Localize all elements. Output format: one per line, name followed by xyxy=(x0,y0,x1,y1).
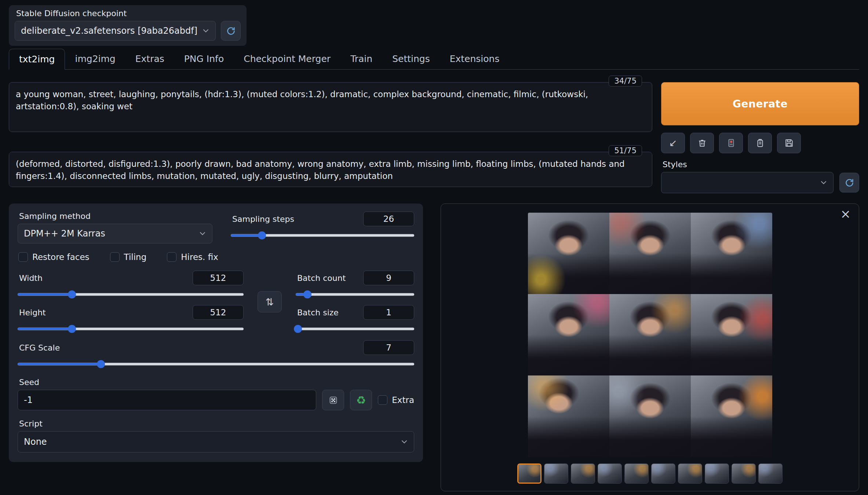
dice-icon xyxy=(328,395,338,405)
gallery-cell[interactable] xyxy=(691,213,772,294)
gallery-cell[interactable] xyxy=(528,213,609,294)
batch-size-input[interactable] xyxy=(363,305,414,320)
gallery-thumbnail[interactable] xyxy=(598,463,622,484)
gallery-cell[interactable] xyxy=(691,294,772,375)
extra-seed-checkbox[interactable]: Extra xyxy=(378,395,414,405)
generation-settings-panel: Sampling method DPM++ 2M Karras Sampling… xyxy=(9,203,423,462)
tab-png-info[interactable]: PNG Info xyxy=(174,49,234,69)
sampling-method-label: Sampling method xyxy=(19,212,212,221)
seed-label: Seed xyxy=(19,378,414,387)
paste-params-button[interactable]: ↙ xyxy=(661,133,685,153)
styles-label: Styles xyxy=(663,160,859,169)
gallery-cell[interactable] xyxy=(609,375,691,457)
checkpoint-label: Stable Diffusion checkpoint xyxy=(16,9,241,18)
sampling-steps-slider[interactable] xyxy=(231,231,414,239)
swap-arrows-icon: ⇅ xyxy=(266,296,274,308)
tab-train[interactable]: Train xyxy=(340,49,382,69)
checkbox-icon xyxy=(167,252,176,262)
swap-dimensions-button[interactable]: ⇅ xyxy=(258,291,282,312)
sampling-steps-label: Sampling steps xyxy=(232,214,294,224)
negative-token-counter: 51/75 xyxy=(609,145,642,156)
tab-extras[interactable]: Extras xyxy=(125,49,174,69)
batch-count-slider[interactable] xyxy=(296,290,414,298)
gallery-close-button[interactable]: × xyxy=(840,208,851,220)
tab-extensions[interactable]: Extensions xyxy=(440,49,510,69)
tab-img2img[interactable]: img2img xyxy=(65,49,125,69)
cfg-scale-label: CFG Scale xyxy=(19,343,60,352)
styles-dropdown[interactable] xyxy=(661,172,834,193)
script-label: Script xyxy=(19,419,414,428)
gallery-thumbnail[interactable] xyxy=(732,463,756,484)
prompt-token-counter: 34/75 xyxy=(609,76,642,87)
script-dropdown[interactable]: None xyxy=(18,431,414,452)
width-input[interactable] xyxy=(193,271,244,285)
gallery-thumbnail-strip xyxy=(441,463,859,484)
restore-faces-label: Restore faces xyxy=(32,252,90,262)
tab-checkpoint-merger[interactable]: Checkpoint Merger xyxy=(234,49,340,69)
tab-txt2img[interactable]: txt2img xyxy=(9,49,65,70)
sampling-method-value: DPM++ 2M Karras xyxy=(24,228,105,239)
width-slider[interactable] xyxy=(18,290,244,298)
gallery-cell[interactable] xyxy=(528,294,609,375)
restore-faces-checkbox[interactable]: Restore faces xyxy=(18,252,90,262)
tiling-label: Tiling xyxy=(124,252,147,262)
batch-count-input[interactable] xyxy=(363,271,414,285)
refresh-icon xyxy=(845,178,854,188)
prompt-textarea[interactable] xyxy=(9,82,652,132)
checkpoint-block: Stable Diffusion checkpoint deliberate_v… xyxy=(9,5,247,46)
random-seed-button[interactable] xyxy=(322,390,344,410)
extra-label: Extra xyxy=(392,395,414,405)
cfg-scale-input[interactable] xyxy=(363,340,414,355)
arrow-down-left-icon: ↙ xyxy=(669,138,677,148)
tiling-checkbox[interactable]: Tiling xyxy=(110,252,147,262)
floppy-icon xyxy=(784,138,794,148)
reuse-seed-button[interactable]: ♻ xyxy=(350,390,372,410)
checkbox-icon xyxy=(18,252,28,262)
gallery-cell[interactable] xyxy=(528,375,609,457)
save-style-button[interactable] xyxy=(777,133,801,153)
gallery-cell[interactable] xyxy=(691,375,772,457)
batch-size-slider[interactable] xyxy=(296,325,414,333)
checkpoint-value: deliberate_v2.safetensors [9aba26abdf] xyxy=(21,26,197,36)
recycle-icon: ♻ xyxy=(356,394,366,407)
trash-icon xyxy=(697,138,707,148)
clear-prompt-button[interactable] xyxy=(690,133,714,153)
seed-input[interactable] xyxy=(18,390,316,410)
chevron-down-icon xyxy=(201,26,210,35)
gallery-thumbnail[interactable] xyxy=(705,463,729,484)
gallery-thumbnail[interactable] xyxy=(517,463,541,484)
gallery-thumbnail[interactable] xyxy=(651,463,675,484)
extra-networks-button[interactable] xyxy=(719,133,743,153)
gallery-cell[interactable] xyxy=(609,213,691,294)
apply-styles-button[interactable] xyxy=(748,133,772,153)
hires-fix-checkbox[interactable]: Hires. fix xyxy=(167,252,218,262)
script-value: None xyxy=(24,437,47,447)
batch-count-label: Batch count xyxy=(297,274,346,283)
negative-prompt-textarea[interactable] xyxy=(9,152,652,187)
sampling-steps-input[interactable] xyxy=(363,212,414,226)
checkpoint-refresh-button[interactable] xyxy=(221,21,241,41)
generated-image-grid xyxy=(528,213,772,457)
height-input[interactable] xyxy=(193,305,244,320)
chevron-down-icon xyxy=(819,178,828,187)
checkpoint-dropdown[interactable]: deliberate_v2.safetensors [9aba26abdf] xyxy=(15,21,216,41)
generate-button[interactable]: Generate xyxy=(661,82,859,125)
clipboard-icon xyxy=(755,138,765,148)
width-label: Width xyxy=(19,274,43,283)
checkbox-icon xyxy=(378,395,387,405)
cfg-scale-slider[interactable] xyxy=(18,360,414,368)
gallery-thumbnail[interactable] xyxy=(758,463,783,484)
gallery-thumbnail[interactable] xyxy=(678,463,702,484)
card-icon xyxy=(726,138,736,148)
styles-refresh-button[interactable] xyxy=(839,173,859,192)
main-tabs: txt2img img2img Extras PNG Info Checkpoi… xyxy=(9,49,859,70)
sampling-method-dropdown[interactable]: DPM++ 2M Karras xyxy=(18,224,212,243)
tab-settings[interactable]: Settings xyxy=(382,49,440,69)
height-slider[interactable] xyxy=(18,325,244,333)
gallery-thumbnail[interactable] xyxy=(624,463,649,484)
chevron-down-icon xyxy=(198,229,207,238)
batch-size-label: Batch size xyxy=(297,308,339,317)
gallery-cell[interactable] xyxy=(609,294,691,375)
gallery-thumbnail[interactable] xyxy=(571,463,595,484)
gallery-thumbnail[interactable] xyxy=(544,463,568,484)
